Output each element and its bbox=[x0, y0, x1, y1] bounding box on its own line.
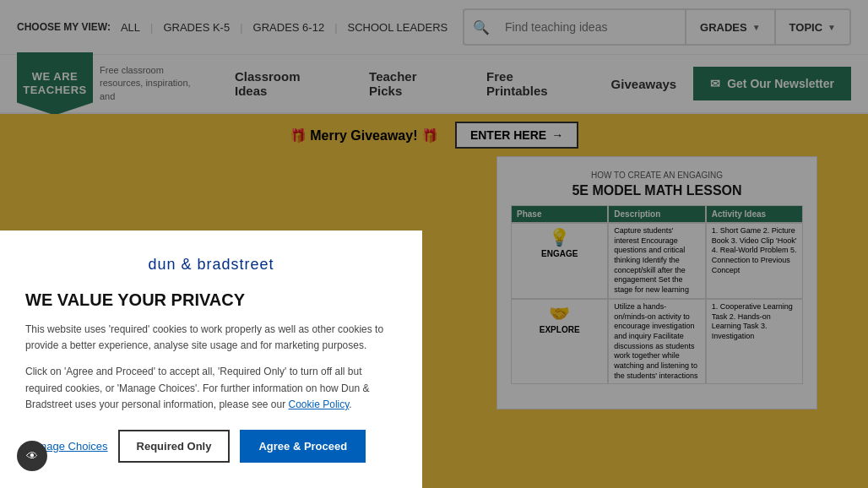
db-logo: dun & bradstreet bbox=[25, 256, 397, 274]
agree-proceed-button[interactable]: Agree & Proceed bbox=[240, 430, 366, 463]
privacy-icon[interactable]: 👁 bbox=[17, 441, 47, 471]
db-logo-text: dun & bradstreet bbox=[148, 256, 274, 273]
cookie-para2: Click on 'Agree and Proceed' to accept a… bbox=[25, 364, 397, 413]
privacy-eye-icon: 👁 bbox=[26, 449, 38, 463]
cookie-policy-link[interactable]: Cookie Policy bbox=[289, 399, 350, 410]
cookie-dialog: dun & bradstreet WE VALUE YOUR PRIVACY T… bbox=[0, 230, 422, 488]
cookie-para1: This website uses 'required' cookies to … bbox=[25, 322, 397, 354]
cookie-buttons: Manage Choices Required Only Agree & Pro… bbox=[25, 430, 397, 463]
required-only-button[interactable]: Required Only bbox=[118, 430, 231, 463]
cookie-title: WE VALUE YOUR PRIVACY bbox=[25, 290, 397, 310]
cookie-overlay: dun & bradstreet WE VALUE YOUR PRIVACY T… bbox=[0, 0, 868, 488]
cookie-period: . bbox=[349, 399, 351, 410]
